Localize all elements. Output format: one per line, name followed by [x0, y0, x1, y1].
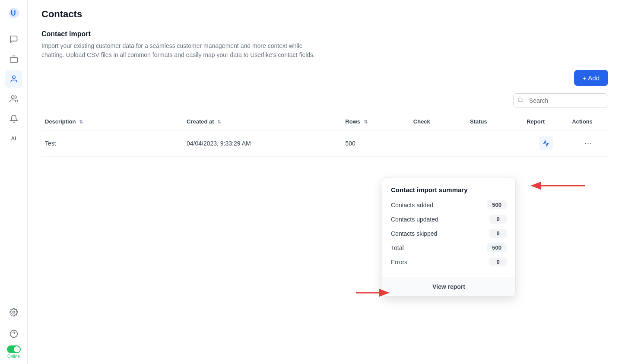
- col-header-report: Report: [523, 113, 568, 130]
- sort-icon-created-at: ⇅: [217, 119, 221, 125]
- section-desc: Import your existing customer data for a…: [41, 41, 318, 60]
- sort-icon-description: ⇅: [79, 119, 83, 125]
- popup-value-skipped: 0: [489, 229, 507, 238]
- popup-value-total: 500: [487, 243, 507, 252]
- online-toggle[interactable]: Online: [7, 345, 21, 359]
- main-content: Contacts Contact import Import your exis…: [28, 0, 622, 364]
- sidebar-item-notifications[interactable]: [5, 110, 22, 127]
- popup-row-skipped: Contacts skipped 0: [391, 229, 507, 238]
- col-header-description[interactable]: Description ⇅: [41, 113, 183, 130]
- import-summary-popup: Contact import summary Contacts added 50…: [382, 177, 516, 297]
- toolbar: + Add: [28, 70, 622, 86]
- svg-point-4: [13, 311, 15, 313]
- table-area: Description ⇅ Created at ⇅ Rows ⇅ Chec: [28, 113, 622, 364]
- col-header-check: Check: [410, 113, 466, 130]
- popup-value-updated: 0: [489, 215, 507, 224]
- app-logo[interactable]: U: [6, 5, 22, 21]
- popup-footer: View report: [382, 277, 515, 296]
- online-label: Online: [7, 354, 20, 359]
- sidebar-item-chat[interactable]: [5, 31, 22, 48]
- add-button[interactable]: + Add: [574, 70, 608, 86]
- popup-row-updated: Contacts updated 0: [391, 215, 507, 224]
- cell-description: Test: [41, 130, 183, 157]
- cell-actions: ···: [568, 130, 608, 157]
- sort-icon-rows: ⇅: [364, 119, 368, 125]
- actions-button[interactable]: ···: [584, 139, 592, 148]
- report-button[interactable]: [539, 136, 553, 150]
- cell-report: [523, 130, 568, 157]
- cell-status: [466, 130, 523, 157]
- popup-title: Contact import summary: [391, 186, 507, 193]
- sidebar-item-users[interactable]: [5, 90, 22, 108]
- svg-text:U: U: [11, 9, 16, 17]
- popup-label-total: Total: [391, 244, 404, 251]
- search-bar: [28, 93, 622, 108]
- popup-label-updated: Contacts updated: [391, 216, 438, 223]
- popup-label-added: Contacts added: [391, 202, 433, 209]
- sidebar-item-help[interactable]: [5, 325, 22, 342]
- sidebar-item-layers[interactable]: [5, 51, 22, 68]
- popup-value-errors: 0: [489, 257, 507, 266]
- svg-point-2: [12, 76, 15, 79]
- search-input[interactable]: [513, 93, 608, 108]
- sidebar: U AI Online: [0, 0, 28, 364]
- view-report-button[interactable]: View report: [382, 277, 515, 296]
- popup-row-total: Total 500: [391, 243, 507, 252]
- popup-label-errors: Errors: [391, 259, 407, 266]
- cell-check: [410, 130, 466, 157]
- col-header-created-at[interactable]: Created at ⇅: [183, 113, 342, 130]
- popup-row-errors: Errors 0: [391, 257, 507, 266]
- table-row: Test 04/04/2023, 9:33:29 AM 500 ···: [41, 130, 608, 157]
- col-header-actions: Actions: [568, 113, 608, 130]
- popup-value-added: 500: [487, 200, 507, 209]
- section-title: Contact import: [41, 30, 608, 38]
- svg-point-3: [11, 96, 14, 99]
- svg-line-8: [522, 101, 523, 102]
- cell-created-at: 04/04/2023, 9:33:29 AM: [183, 130, 342, 157]
- svg-point-7: [518, 98, 522, 101]
- col-header-rows[interactable]: Rows ⇅: [342, 113, 409, 130]
- search-icon: [517, 97, 524, 104]
- popup-row-added: Contacts added 500: [391, 200, 507, 209]
- page-title: Contacts: [41, 9, 608, 20]
- sidebar-item-settings[interactable]: [5, 304, 22, 321]
- imports-table: Description ⇅ Created at ⇅ Rows ⇅ Chec: [41, 113, 608, 157]
- svg-rect-1: [10, 57, 17, 63]
- col-header-status: Status: [466, 113, 523, 130]
- cell-rows: 500: [342, 130, 409, 157]
- header: Contacts Contact import Import your exis…: [28, 0, 622, 70]
- sidebar-item-ai[interactable]: AI: [5, 130, 22, 147]
- sidebar-item-contacts[interactable]: [5, 70, 22, 88]
- popup-label-skipped: Contacts skipped: [391, 230, 437, 237]
